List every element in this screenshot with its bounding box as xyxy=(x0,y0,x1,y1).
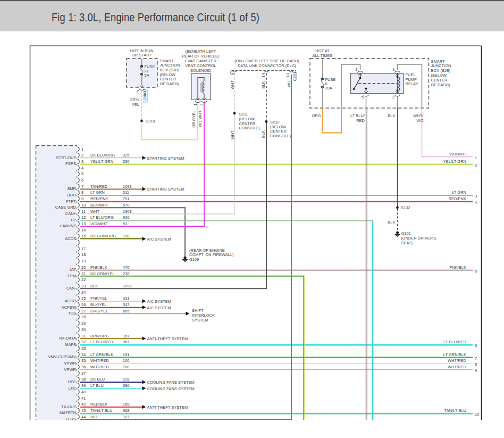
svg-text:44: 44 xyxy=(81,415,86,419)
svg-text:PNK/BLK: PNK/BLK xyxy=(449,265,466,270)
svg-text:20: 20 xyxy=(81,265,86,270)
svg-text:VIO/WHT: VIO/WHT xyxy=(198,110,203,128)
svg-text:LT GRN/BLK: LT GRN/BLK xyxy=(90,352,113,357)
svg-text:238: 238 xyxy=(123,271,130,276)
svg-text:2: 2 xyxy=(392,95,394,100)
svg-text:6: 6 xyxy=(475,343,477,348)
svg-text:OF DASH): OF DASH) xyxy=(160,81,179,86)
svg-text:CENTER: CENTER xyxy=(160,77,177,81)
svg-text:CENTER: CENTER xyxy=(239,121,256,126)
svg-text:BOX (SJB): BOX (SJB) xyxy=(160,68,180,72)
svg-text:22: 22 xyxy=(81,277,86,282)
svg-text:CASE GRD: CASE GRD xyxy=(55,205,76,210)
svg-text:RED: RED xyxy=(356,118,365,123)
svg-text:DK GRN/YEL: DK GRN/YEL xyxy=(90,271,114,276)
svg-text:3: 3 xyxy=(355,67,357,72)
svg-text:EVAP CANISTER: EVAP CANISTER xyxy=(185,59,216,63)
svg-text:REAR OF VEHICLE): REAR OF VEHICLE) xyxy=(182,54,219,59)
svg-text:14: 14 xyxy=(261,73,266,77)
svg-text:BLK: BLK xyxy=(90,284,98,288)
svg-text:(BENEATH LEFT: (BENEATH LEFT xyxy=(186,49,216,54)
svg-text:8: 8 xyxy=(81,190,83,195)
svg-text:12: 12 xyxy=(81,215,86,220)
svg-text:3: 3 xyxy=(475,194,477,199)
svg-text:511: 511 xyxy=(123,190,129,195)
svg-text:PNK/YEL: PNK/YEL xyxy=(90,296,107,301)
svg-text:967: 967 xyxy=(123,340,130,344)
svg-text:ANTI-THEFT SYSTEM: ANTI-THEFT SYSTEM xyxy=(147,405,188,410)
svg-text:COOLING FANS SYSTEM: COOLING FANS SYSTEM xyxy=(147,380,195,385)
svg-text:ALL TIMES: ALL TIMES xyxy=(312,53,332,58)
svg-text:OR START: OR START xyxy=(132,53,152,57)
svg-text:BLK: BLK xyxy=(261,130,266,138)
svg-text:LT BLU/RED: LT BLU/RED xyxy=(90,340,113,344)
svg-text:926: 926 xyxy=(123,215,130,220)
svg-text:10: 10 xyxy=(475,412,479,417)
svg-text:21: 21 xyxy=(81,271,86,276)
svg-text:(BELOW: (BELOW xyxy=(431,73,447,78)
svg-text:8: 8 xyxy=(475,362,477,367)
svg-text:7: 7 xyxy=(475,356,477,361)
svg-text:1: 1 xyxy=(475,155,477,160)
svg-text:VMV-CC/EVMV: VMV-CC/EVMV xyxy=(48,354,76,359)
svg-text:BLK: BLK xyxy=(261,81,266,88)
svg-text:WHT/RED: WHT/RED xyxy=(448,365,466,369)
svg-text:JUNCTION: JUNCTION xyxy=(431,63,451,68)
svg-text:TCS: TCS xyxy=(68,311,76,316)
svg-text:BOX (SJB): BOX (SJB) xyxy=(431,68,451,73)
svg-text:13: 13 xyxy=(285,73,290,77)
svg-text:791: 791 xyxy=(123,196,130,201)
svg-text:29: 29 xyxy=(136,90,140,94)
svg-text:SOLENOID: SOLENOID xyxy=(190,68,211,73)
svg-text:FTPT: FTPT xyxy=(66,199,76,204)
svg-text:32: 32 xyxy=(81,340,86,344)
svg-text:OF DASH): OF DASH) xyxy=(431,82,450,87)
svg-text:3: 3 xyxy=(81,159,83,164)
svg-text:(BELOW: (BELOW xyxy=(270,125,286,129)
svg-text:40: 40 xyxy=(81,390,86,394)
svg-text:PSPS: PSPS xyxy=(65,161,76,166)
svg-text:100: 100 xyxy=(123,358,130,363)
svg-text:(BELOW: (BELOW xyxy=(160,72,176,77)
svg-text:TX-OUT: TX-OUT xyxy=(61,404,76,409)
svg-text:RED/PNK: RED/PNK xyxy=(449,196,466,201)
svg-text:CONSOLE): CONSOLE) xyxy=(239,126,260,130)
svg-text:BOO: BOO xyxy=(67,193,76,197)
svg-text:25: 25 xyxy=(81,296,86,301)
svg-text:2: 2 xyxy=(475,163,477,168)
svg-text:ORG/YEL: ORG/YEL xyxy=(90,309,108,313)
svg-text:TAN/LT BLU: TAN/LT BLU xyxy=(90,408,112,413)
svg-text:5A: 5A xyxy=(145,73,149,78)
svg-text:(BELOW: (BELOW xyxy=(239,117,255,121)
svg-text:WHT/RED: WHT/RED xyxy=(448,358,466,363)
svg-text:COOLING FANS SYSTEM: COOLING FANS SYSTEM xyxy=(147,386,195,391)
svg-text:107: 107 xyxy=(123,415,130,419)
svg-text:198: 198 xyxy=(123,234,130,238)
svg-text:VENT CONTROL: VENT CONTROL xyxy=(185,63,216,68)
svg-text:19: 19 xyxy=(81,259,86,263)
svg-text:CANVNT: CANVNT xyxy=(60,224,76,228)
svg-text:LFC: LFC xyxy=(69,386,77,391)
svg-text:4: 4 xyxy=(475,200,477,205)
svg-text:1: 1 xyxy=(392,67,394,72)
svg-text:15: 15 xyxy=(81,234,86,238)
svg-text:S210: S210 xyxy=(270,120,280,125)
svg-text:167: 167 xyxy=(123,334,130,338)
svg-text:WHT/RED: WHT/RED xyxy=(90,358,109,363)
svg-text:CONSOLE): CONSOLE) xyxy=(270,134,291,138)
svg-text:168: 168 xyxy=(123,402,130,407)
svg-text:BLK: BLK xyxy=(388,113,395,118)
svg-text:Fig 1: 3.0L, Engine Performanc: Fig 1: 3.0L, Engine Performance Circuit … xyxy=(52,11,259,24)
svg-text:9: 9 xyxy=(475,368,477,373)
svg-text:37: 37 xyxy=(81,371,86,376)
svg-text:DATA LINK CONNECTOR (DLC): DATA LINK CONNECTOR (DLC) xyxy=(238,63,296,68)
svg-text:FPM: FPM xyxy=(68,274,76,278)
svg-text:RELAY: RELAY xyxy=(406,81,418,86)
svg-text:HFC: HFC xyxy=(68,379,77,384)
svg-text:RED/PNK: RED/PNK xyxy=(90,196,108,201)
svg-text:BLK/WHT: BLK/WHT xyxy=(90,203,108,208)
svg-text:18: 18 xyxy=(81,252,86,257)
svg-text:17: 17 xyxy=(81,246,86,251)
svg-text:91: 91 xyxy=(123,221,127,226)
svg-text:LT BLU: LT BLU xyxy=(90,383,104,388)
